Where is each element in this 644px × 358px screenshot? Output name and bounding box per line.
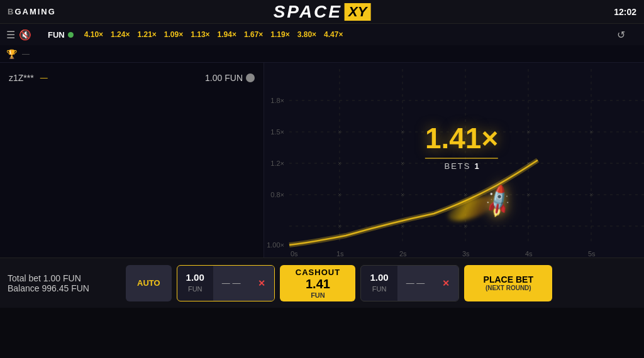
svg-text:1.00×: 1.00× bbox=[267, 241, 284, 249]
clock: 12:02 bbox=[614, 7, 636, 17]
svg-text:1s: 1s bbox=[336, 250, 344, 258]
multiplier-bar: FUN 4.10× 1.24× 1.21× 1.09× 1.13× 1.94× … bbox=[35, 29, 638, 41]
balance-line: Balance 996.45 FUN bbox=[8, 283, 121, 293]
bet-x-btn-2[interactable]: ✕ bbox=[433, 266, 458, 301]
total-bet-label: Total bet bbox=[8, 273, 43, 283]
bet-value-box-1: 1.00 FUN bbox=[177, 272, 213, 294]
bets-count: 1 bbox=[474, 161, 479, 171]
current-multiplier: 1.41× bbox=[425, 121, 498, 155]
bet-panel-1: 1.00 FUN — — ✕ bbox=[177, 265, 275, 301]
title-xy: XY bbox=[345, 3, 370, 21]
bet-currency-2: FUN bbox=[372, 285, 387, 293]
sub-header: ☰ 🔇 FUN 4.10× 1.24× 1.21× 1.09× 1.13× 1.… bbox=[0, 24, 644, 45]
total-bet-line: Total bet 1.00 FUN bbox=[8, 273, 121, 283]
bottom-bar: Total bet 1.00 FUN Balance 996.45 FUN AU… bbox=[0, 258, 644, 308]
bet-currency-1: FUN bbox=[188, 285, 203, 293]
mult-4[interactable]: 1.09× bbox=[161, 29, 186, 40]
header: BGAMING SPACE XY 12:02 bbox=[0, 0, 644, 24]
mult-7[interactable]: 1.67× bbox=[241, 29, 266, 40]
svg-text:4s: 4s bbox=[525, 250, 533, 258]
title-space: SPACE bbox=[274, 2, 342, 22]
bet-panel-2: 1.00 FUN — — ✕ bbox=[360, 265, 459, 301]
fun-status-dot bbox=[68, 32, 74, 38]
cashout-currency: FUN bbox=[289, 291, 347, 299]
rocket: 🚀 bbox=[484, 188, 513, 215]
history-icon[interactable]: ↺ bbox=[617, 29, 625, 41]
menu-icon[interactable]: ☰ bbox=[6, 29, 15, 41]
mult-10[interactable]: 4.47× bbox=[321, 29, 346, 40]
main-area: z1Z*** — 1.00 FUN bbox=[0, 63, 644, 258]
trophy-icon: 🏆 bbox=[6, 49, 17, 59]
place-bet-label: PLACE BET bbox=[472, 274, 545, 285]
bet-amount-1: 1.00 bbox=[186, 272, 204, 283]
total-bet-amount: 1.00 FUN bbox=[43, 273, 81, 283]
trophy-dash: — bbox=[22, 50, 30, 58]
balance-amount: 996.45 FUN bbox=[42, 283, 89, 293]
bet-amount-2: 1.00 bbox=[370, 272, 388, 283]
bet-amount-display: 1.00 FUN bbox=[205, 73, 243, 83]
bet-dash-btn-2[interactable]: — — bbox=[397, 266, 434, 301]
mult-6[interactable]: 1.94× bbox=[214, 29, 240, 40]
mult-9[interactable]: 3.80× bbox=[294, 29, 319, 40]
trophy-bar: 🏆 — bbox=[0, 45, 644, 63]
svg-text:5s: 5s bbox=[588, 250, 596, 258]
mult-5[interactable]: 1.13× bbox=[187, 29, 213, 40]
place-bet-button[interactable]: PLACE BET (NEXT ROUND) bbox=[464, 265, 552, 301]
auto-button[interactable]: AUTO bbox=[126, 265, 172, 301]
svg-text:2s: 2s bbox=[399, 250, 407, 258]
svg-text:0s: 0s bbox=[291, 250, 298, 258]
bet-x-btn-1[interactable]: ✕ bbox=[249, 266, 274, 301]
svg-text:0.8×: 0.8× bbox=[270, 191, 284, 198]
player-name: z1Z*** bbox=[9, 73, 34, 83]
game-area: 1.8× 1.5× 1.2× 0.8× 1.00× 0s 1s 2s 3s 4s… bbox=[264, 63, 644, 258]
bets-label: BETS bbox=[444, 161, 470, 171]
left-panel: z1Z*** — 1.00 FUN bbox=[0, 63, 264, 258]
svg-text:1.8×: 1.8× bbox=[270, 97, 284, 104]
cashout-label: CASHOUT bbox=[289, 268, 347, 277]
bet-dash-btn-1[interactable]: — — bbox=[213, 266, 250, 301]
fun-label: FUN bbox=[48, 30, 65, 40]
player-row-dash: — bbox=[40, 73, 48, 82]
sound-icon[interactable]: 🔇 bbox=[19, 29, 31, 41]
cashout-button[interactable]: CASHOUT 1.41 FUN bbox=[280, 265, 355, 301]
svg-point-0 bbox=[377, 82, 644, 258]
cashout-mult: 1.41 bbox=[289, 277, 347, 291]
mult-1[interactable]: 4.10× bbox=[81, 29, 106, 40]
game-title: SPACE XY bbox=[274, 2, 371, 22]
mult-divider bbox=[425, 158, 498, 159]
mult-2[interactable]: 1.24× bbox=[108, 29, 133, 40]
multiplier-display: 1.41× BETS 1 bbox=[425, 121, 498, 171]
balance-label: Balance bbox=[8, 283, 42, 293]
mult-3[interactable]: 1.21× bbox=[134, 29, 159, 40]
mult-8[interactable]: 1.19× bbox=[267, 29, 292, 40]
total-info: Total bet 1.00 FUN Balance 996.45 FUN bbox=[8, 273, 121, 293]
player-bet: 1.00 FUN bbox=[205, 73, 255, 83]
svg-text:3s: 3s bbox=[462, 250, 470, 258]
svg-text:1.5×: 1.5× bbox=[270, 128, 284, 136]
svg-text:1.2×: 1.2× bbox=[270, 160, 284, 167]
bet-coin-icon bbox=[246, 73, 255, 82]
fun-badge: FUN bbox=[48, 30, 74, 40]
logo: BGAMING bbox=[8, 7, 56, 16]
player-row: z1Z*** — 1.00 FUN bbox=[6, 69, 257, 87]
place-bet-sub: (NEXT ROUND) bbox=[472, 285, 545, 291]
bet-value-box-2: 1.00 FUN bbox=[361, 272, 397, 294]
